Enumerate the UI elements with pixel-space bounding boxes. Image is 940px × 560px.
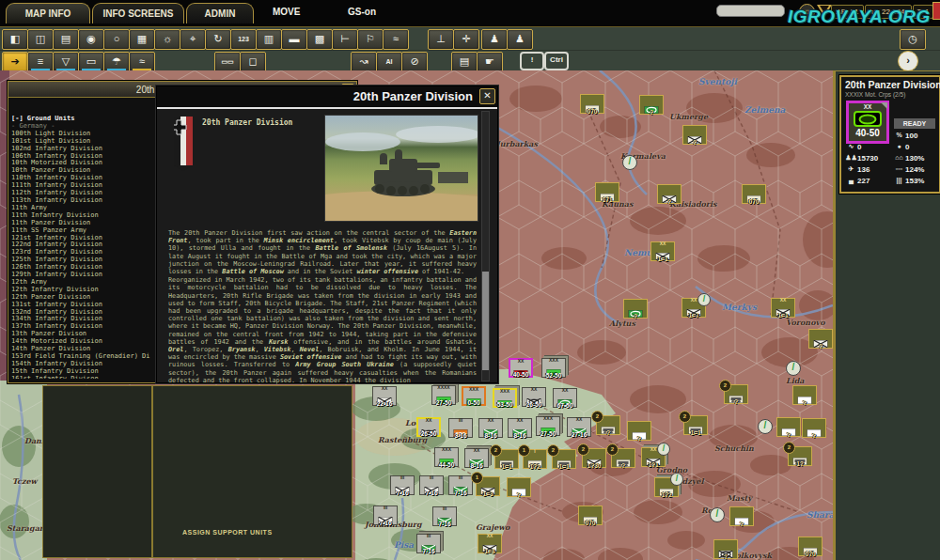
convoy-icon[interactable]: ▦ xyxy=(129,29,155,50)
map-unit-counter[interactable]: XXXHQ52-50 xyxy=(541,358,566,378)
scrollbar-thumb[interactable] xyxy=(482,272,489,370)
rotate-units-icon[interactable]: ↻ xyxy=(205,29,231,50)
map-unit-counter[interactable]: XX8-16 xyxy=(508,418,532,438)
signpost-icon[interactable]: ⊢ xyxy=(332,29,358,50)
map-unit-counter[interactable]: ? xyxy=(713,539,738,559)
ground-units-list[interactable]: [-] Ground Units- Germany -100th Light D… xyxy=(11,116,152,379)
map-unit-counter[interactable]: 1?2 xyxy=(788,446,812,466)
naval-production-icon[interactable]: ▬ xyxy=(281,29,307,50)
map-unit-counter[interactable]: IIISEC3-16 xyxy=(448,418,473,438)
partisan-icon[interactable]: / xyxy=(710,507,725,522)
select-ring-icon[interactable]: ○ xyxy=(103,29,130,50)
map-unit-counter[interactable]: XXXHQ27-50 xyxy=(536,416,560,436)
tab-admin[interactable]: ADMIN xyxy=(186,3,254,23)
map-unit-counter[interactable]: XX67-50 xyxy=(553,388,577,408)
map-unit-counter[interactable]: 1=31 xyxy=(476,476,500,496)
map-unit-counter[interactable]: HQ070 xyxy=(580,94,604,114)
barge-transport-icon[interactable]: ▭ xyxy=(78,52,104,72)
move-mode-label[interactable]: MOVE xyxy=(273,7,300,17)
map-unit-counter[interactable]: XX26-50 xyxy=(416,417,441,437)
map-unit-counter[interactable]: XX22-16 xyxy=(372,386,397,406)
soldier-flag-icon[interactable]: ♟ xyxy=(507,29,533,50)
unit-counter-preview[interactable]: XX 40-50 xyxy=(846,101,889,144)
map-mode-icon[interactable]: ▤ xyxy=(53,29,79,50)
report-arrow-icon[interactable]: ↝ xyxy=(351,52,377,72)
map-unit-counter[interactable]: XX8-16 xyxy=(478,418,503,438)
map-unit-counter[interactable]: XX1?1/ xyxy=(641,447,666,467)
time-gear-icon[interactable]: ☼ xyxy=(154,29,180,50)
storage-box-icon[interactable]: ◻ xyxy=(240,52,266,72)
map-unit-counter[interactable]: XXXHQ53-50 xyxy=(493,388,517,408)
map-unit-counter[interactable]: III7-16 xyxy=(419,475,444,495)
grid-production-icon[interactable]: ▩ xyxy=(306,29,333,50)
map-layers-icon[interactable]: ◧ xyxy=(2,29,28,50)
map-unit-counter[interactable]: ? xyxy=(657,184,682,204)
map-unit-counter[interactable]: XX40-50 xyxy=(509,358,533,378)
tab-info-screens[interactable]: INFO SCREENS xyxy=(92,3,184,23)
partisan-icon[interactable]: / xyxy=(758,419,773,434)
history-scrollbar[interactable] xyxy=(481,111,490,381)
map-unit-counter[interactable]: XX27-16 xyxy=(567,417,591,437)
map-unit-counter[interactable]: 1=12 xyxy=(552,449,576,469)
next-unit-icon[interactable]: › xyxy=(898,51,918,71)
map-unit-counter[interactable]: XX8-16 xyxy=(464,448,489,468)
map-unit-counter[interactable]: HQ171 xyxy=(595,182,619,202)
landing-wave-icon[interactable]: ≈ xyxy=(383,29,409,50)
map-unit-counter[interactable]: ? xyxy=(808,329,833,349)
map-unit-counter[interactable]: XX1=7/ xyxy=(682,298,706,318)
ship-transport-icon[interactable]: ▽ xyxy=(53,52,79,72)
shift-key[interactable]: ! xyxy=(520,52,544,70)
map-unit-counter[interactable]: ? xyxy=(639,95,664,115)
unit-density-icon[interactable]: ▥ xyxy=(256,29,282,50)
map-unit-counter[interactable]: XXXHQ0-50 xyxy=(462,386,486,406)
ai-move-icon[interactable]: AI xyxy=(376,52,402,72)
map-unit-counter[interactable]: HQ1?2/ xyxy=(654,477,679,497)
map-unit-counter[interactable]: XXXHQ44-50 xyxy=(434,447,459,467)
partisan-icon[interactable]: / xyxy=(786,361,801,376)
map-unit-counter[interactable]: XX1=1 xyxy=(771,298,795,318)
ai-off-icon[interactable]: ⊘ xyxy=(401,52,428,72)
map-screens-icon[interactable]: ◫ xyxy=(27,29,54,50)
map-unit-counter[interactable]: XX1=1 xyxy=(650,241,675,261)
map-unit-counter[interactable]: XXXXHQ27-50 xyxy=(431,385,456,405)
map-unit-counter[interactable]: III7-16 xyxy=(448,475,473,495)
map-unit-counter[interactable]: ? xyxy=(729,506,754,526)
railcars-icon[interactable]: ▭▭ xyxy=(214,52,241,72)
map-unit-counter[interactable]: 1=12 xyxy=(494,449,519,469)
move-mode-icon[interactable]: ➔ xyxy=(2,52,28,72)
paradrop-icon[interactable]: ☂ xyxy=(103,52,130,72)
map-unit-counter[interactable]: ? xyxy=(682,125,707,145)
map-unit-counter[interactable]: III7-16 xyxy=(416,534,441,553)
map-unit-counter[interactable]: ? xyxy=(802,418,826,438)
map-unit-counter[interactable]: III7-16 xyxy=(373,506,398,525)
map-unit-counter[interactable]: ? xyxy=(623,299,648,319)
map-unit-counter[interactable]: ?2 xyxy=(596,415,620,435)
gs-toggle-label[interactable]: GS-on xyxy=(348,7,376,17)
map-unit-counter[interactable]: III7-16 xyxy=(390,475,415,495)
assign-support-units-link[interactable]: ASSIGN SUPPORT UNITS xyxy=(182,529,273,536)
artillery-icon[interactable]: ⊥ xyxy=(428,29,454,50)
map-unit-counter[interactable]: ?2 xyxy=(611,448,635,468)
map-unit-counter[interactable]: ? xyxy=(776,417,801,437)
ctrl-key[interactable]: Ctrl xyxy=(544,52,569,70)
unit-list-item[interactable]: 161st Infantry Divison xyxy=(11,376,152,379)
close-icon[interactable]: ✕ xyxy=(479,88,495,104)
map-unit-counter[interactable]: ISEC1?21 xyxy=(523,449,547,469)
show-numbers-icon[interactable]: 123 xyxy=(230,29,257,50)
rail-transport-icon[interactable]: ≡ xyxy=(27,52,54,72)
turn-clock-icon[interactable]: ◷ xyxy=(900,29,926,50)
map-unit-counter[interactable]: XX26-50 xyxy=(522,387,546,407)
hand-assign-icon[interactable]: ☛ xyxy=(477,52,503,72)
radio-tower-icon[interactable]: ⌖ xyxy=(180,29,206,50)
partisan-icon[interactable]: / xyxy=(622,155,637,170)
map-unit-counter[interactable]: 1=12 xyxy=(683,415,708,435)
map-unit-counter[interactable]: ? xyxy=(627,421,651,441)
map-unit-counter[interactable]: III7-16 xyxy=(432,506,457,526)
map-unit-counter[interactable]: 1?302 xyxy=(582,448,606,468)
flag-icon[interactable]: ⚐ xyxy=(357,29,384,50)
anti-air-icon[interactable]: ✛ xyxy=(453,29,479,50)
map-unit-counter[interactable]: HQ070 xyxy=(578,506,603,525)
unit-dots-icon[interactable]: ◉ xyxy=(78,29,104,50)
map-unit-counter[interactable]: ? xyxy=(792,385,817,405)
ledger-factory-icon[interactable]: ▤ xyxy=(451,52,478,72)
